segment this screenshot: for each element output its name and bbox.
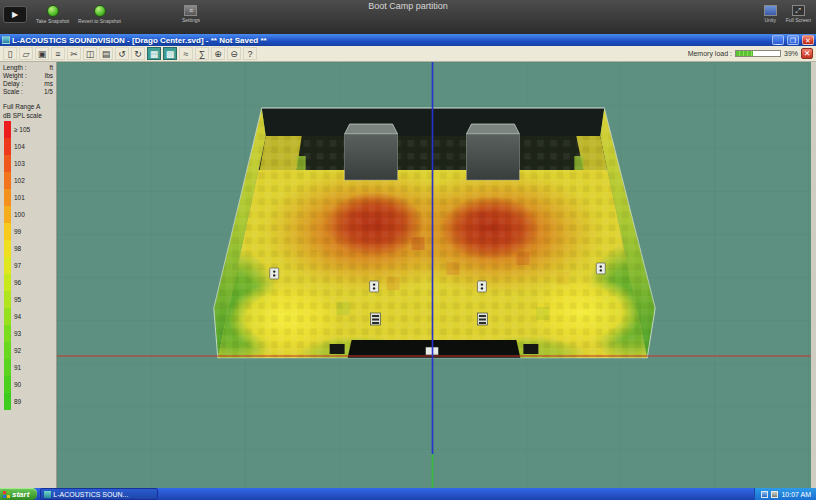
info-value: lbs xyxy=(45,72,53,80)
viewport-container xyxy=(57,62,811,488)
spl-scale-value: ≥ 105 xyxy=(14,121,30,138)
document-close-icon[interactable]: ✕ xyxy=(801,48,813,59)
mapping-view-icon[interactable]: ▦ xyxy=(147,47,161,60)
speaker-array-right[interactable] xyxy=(596,263,605,274)
spl-scale-value: 104 xyxy=(14,138,25,155)
minimize-button[interactable]: _ xyxy=(772,35,784,45)
clock[interactable]: 10:07 AM xyxy=(781,491,811,498)
undo-icon[interactable]: ↺ xyxy=(115,47,129,60)
spl-scale-swatch xyxy=(4,376,11,393)
speaker-array-center-left[interactable] xyxy=(370,281,379,292)
network-tray-icon[interactable] xyxy=(761,491,768,498)
spl-scale-row: 101 xyxy=(0,189,56,206)
app-titlebar[interactable]: L-ACOUSTICS SOUNDVISION - [Drago Center.… xyxy=(0,34,816,46)
spl-scale-value: 95 xyxy=(14,291,21,308)
vm-settings-button[interactable]: ≡ Settings xyxy=(182,5,200,23)
memory-load-label: Memory load : xyxy=(688,50,732,57)
start-button[interactable]: start xyxy=(0,488,37,500)
revert-snapshot-icon xyxy=(94,5,106,17)
zoom-out-icon[interactable]: ⊖ xyxy=(227,47,241,60)
subwoofer-stack-right[interactable] xyxy=(477,313,487,325)
spl-scale-value: 89 xyxy=(14,393,21,410)
vm-take-snapshot-button[interactable]: Take Snapshot xyxy=(36,5,69,24)
vm-play-button[interactable]: ▶ xyxy=(3,6,27,23)
taskbar-item-soundvision[interactable]: L-ACOUSTICS SOUN... xyxy=(40,488,158,500)
sum-icon[interactable]: ∑ xyxy=(195,47,209,60)
spl-scale-row: 96 xyxy=(0,274,56,291)
system-tray: 10:07 AM xyxy=(754,488,816,500)
spl-scale-value: 102 xyxy=(14,172,25,189)
vm-revert-snapshot-button[interactable]: Revert to Snapshot xyxy=(78,5,121,24)
spl-scale-value: 96 xyxy=(14,274,21,291)
main-toolbar: ▯▱▣≡✂◫▤↺↻▦▩≈∑⊕⊖? Memory load : 39% ✕ xyxy=(0,46,816,62)
speaker-array-left[interactable] xyxy=(270,268,279,279)
paste-icon[interactable]: ▤ xyxy=(99,47,113,60)
room-view-icon[interactable]: ▩ xyxy=(163,47,177,60)
save-icon[interactable]: ▣ xyxy=(35,47,49,60)
subwoofer-stack-left[interactable] xyxy=(371,313,381,325)
new-file-icon[interactable]: ▯ xyxy=(3,47,17,60)
spl-scale-row: 98 xyxy=(0,240,56,257)
info-value: ft xyxy=(49,64,53,72)
spl-scale-value: 100 xyxy=(14,206,25,223)
info-row: Weight :lbs xyxy=(0,72,56,80)
chart-icon[interactable]: ≈ xyxy=(179,47,193,60)
spl-scale-row: 99 xyxy=(0,223,56,240)
screen: Boot Camp partition ▶ Take Snapshot Reve… xyxy=(0,0,816,500)
cut-icon[interactable]: ✂ xyxy=(67,47,81,60)
vm-fullscreen-button[interactable]: ⤢ Full Screen xyxy=(786,5,811,23)
spl-scale-value: 92 xyxy=(14,342,21,359)
windows-flag-icon xyxy=(3,491,10,498)
redo-icon[interactable]: ↻ xyxy=(131,47,145,60)
close-button[interactable]: ✕ xyxy=(802,35,814,45)
help-icon[interactable]: ? xyxy=(243,47,257,60)
spl-scale-swatch xyxy=(4,274,11,291)
memory-load-bar xyxy=(735,50,781,57)
scoreboard-structure-left xyxy=(345,124,398,180)
info-value: ms xyxy=(44,80,53,88)
taskbar: start L-ACOUSTICS SOUN... 10:07 AM xyxy=(0,488,816,500)
info-row: Delay :ms xyxy=(0,80,56,88)
spl-scale-swatch xyxy=(4,223,11,240)
speaker-array-center-right[interactable] xyxy=(477,281,486,292)
maximize-button[interactable]: ❐ xyxy=(787,35,799,45)
copy-icon[interactable]: ◫ xyxy=(83,47,97,60)
spl-scale-row: ≥ 105 xyxy=(0,121,56,138)
open-file-icon[interactable]: ▱ xyxy=(19,47,33,60)
spl-color-scale: ≥ 10510410310210110099989796959493929190… xyxy=(0,121,56,410)
info-value: 1/5 xyxy=(44,88,53,96)
info-label: Delay : xyxy=(3,80,23,88)
spl-scale-row: 93 xyxy=(0,325,56,342)
spl-scale-row: 91 xyxy=(0,359,56,376)
spl-scale-value: 91 xyxy=(14,359,21,376)
spl-scale-swatch xyxy=(4,342,11,359)
spl-scale-swatch xyxy=(4,172,11,189)
spl-scale-row: 100 xyxy=(0,206,56,223)
snapshot-icon xyxy=(47,5,59,17)
zoom-in-icon[interactable]: ⊕ xyxy=(211,47,225,60)
volume-tray-icon[interactable] xyxy=(771,491,778,498)
spl-scale-title: dB SPL scale xyxy=(0,110,56,121)
spl-scale-swatch xyxy=(4,189,11,206)
memory-load-value: 39% xyxy=(784,50,798,57)
spl-scale-row: 90 xyxy=(0,376,56,393)
vm-unity-button[interactable]: Unity xyxy=(764,5,777,23)
app-icon xyxy=(2,36,10,44)
spl-scale-value: 90 xyxy=(14,376,21,393)
spl-mapping-viewport[interactable] xyxy=(57,62,811,488)
content-area: Length :ftWeight :lbsDelay :msScale :1/5… xyxy=(0,62,816,488)
spl-scale-row: 102 xyxy=(0,172,56,189)
left-info-panel: Length :ftWeight :lbsDelay :msScale :1/5… xyxy=(0,62,57,488)
print-icon[interactable]: ≡ xyxy=(51,47,65,60)
spl-scale-value: 98 xyxy=(14,240,21,257)
spl-scale-swatch xyxy=(4,359,11,376)
info-row: Scale :1/5 xyxy=(0,88,56,96)
info-label: Scale : xyxy=(3,88,23,96)
spl-scale-swatch xyxy=(4,121,11,138)
spl-scale-value: 93 xyxy=(14,325,21,342)
preset-label: Full Range A xyxy=(0,101,56,110)
info-label: Length : xyxy=(3,64,27,72)
info-row: Length :ft xyxy=(0,64,56,72)
spl-scale-value: 97 xyxy=(14,257,21,274)
spl-scale-swatch xyxy=(4,155,11,172)
